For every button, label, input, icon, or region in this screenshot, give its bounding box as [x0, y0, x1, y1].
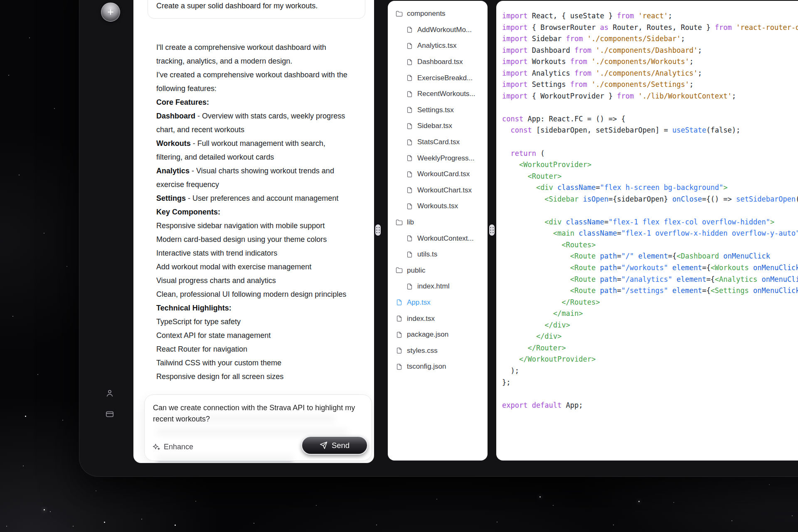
file-row[interactable]: styles.css: [388, 342, 488, 359]
code-line: [502, 102, 798, 113]
file-row[interactable]: RecentWorkouts...: [388, 86, 488, 102]
file-row[interactable]: index.tsx: [388, 310, 488, 327]
assistant-paragraph: Workouts - Full workout management with …: [156, 137, 352, 164]
file-name: StatsCard.tsx: [417, 138, 460, 146]
assistant-paragraph: React Router for navigation: [156, 342, 352, 356]
file-name: styles.css: [407, 347, 438, 355]
file-row[interactable]: tsconfig.json: [388, 359, 488, 375]
code-line: import Sidebar from './components/Sideba…: [502, 33, 798, 45]
file-row[interactable]: utils.ts: [388, 246, 488, 263]
file-name: RecentWorkouts...: [417, 90, 475, 98]
chat-input[interactable]: Can we create connection with the Strava…: [153, 402, 369, 425]
panel-resize-handle[interactable]: [375, 224, 381, 236]
folder-row[interactable]: components: [388, 6, 488, 22]
assistant-paragraph: Clean, professional UI following modern …: [156, 288, 352, 301]
file-icon: [396, 363, 403, 370]
file-name: Settings.tsx: [417, 106, 454, 114]
account-button[interactable]: [105, 388, 115, 398]
assistant-paragraph: I've created a comprehensive workout das…: [156, 68, 352, 96]
file-name: WorkoutCard.tsx: [417, 170, 470, 178]
file-name: Analytics.tsx: [417, 42, 456, 50]
code-line: import Settings from './components/Setti…: [502, 79, 798, 91]
code-line: import { BrowserRouter as Router, Routes…: [502, 22, 798, 34]
enhance-button[interactable]: Enhance: [152, 443, 193, 451]
file-icon: [406, 106, 413, 113]
panel-resize-handle[interactable]: [489, 224, 495, 236]
code-content: import React, { useState } from 'react';…: [496, 1, 798, 411]
code-line: const App: React.FC = () => {: [502, 113, 798, 125]
file-row[interactable]: index.html: [388, 278, 488, 295]
file-row[interactable]: WorkoutChart.tsx: [388, 182, 488, 199]
code-line: <Route path="/analytics" element={<Analy…: [502, 274, 798, 286]
file-icon: [406, 74, 413, 81]
file-name: index.tsx: [407, 315, 435, 323]
file-row[interactable]: WorkoutCard.tsx: [388, 166, 488, 182]
assistant-paragraph: Analytics - Visual charts showing workou…: [156, 164, 352, 192]
file-row[interactable]: App.tsx: [388, 295, 488, 311]
file-tree: componentsAddWorkoutMo...Analytics.tsxDa…: [388, 1, 488, 375]
code-line: <main className="flex-1 overflow-x-hidde…: [502, 228, 798, 239]
file-row[interactable]: package.json: [388, 327, 488, 343]
file-name: WorkoutChart.tsx: [417, 186, 472, 195]
code-line: <Sidebar isOpen={sidebarOpen} onClose={(…: [502, 194, 798, 205]
file-icon: [406, 235, 413, 242]
file-icon: [406, 203, 413, 210]
file-icon: [396, 331, 403, 338]
assistant-message: I'll create a comprehensive workout dash…: [156, 41, 352, 384]
code-line: );: [502, 365, 798, 377]
code-line: <Route path="/workouts" element={<Workou…: [502, 262, 798, 274]
file-row[interactable]: Dashboard.tsx: [388, 54, 488, 70]
user-message-bubble: Create a super solid dashboard for my wo…: [148, 0, 365, 19]
assistant-paragraph: Key Components:: [156, 205, 352, 219]
send-button[interactable]: Send: [301, 436, 368, 455]
code-line: </Router>: [502, 342, 798, 354]
code-line: </Routes>: [502, 297, 798, 308]
code-line: <div className="flex h-screen bg-backgro…: [502, 182, 798, 194]
code-line: import { WorkoutProvider } from './lib/W…: [502, 91, 798, 102]
folder-row[interactable]: lib: [388, 214, 488, 231]
code-line: <div className="flex-1 flex flex-col ove…: [502, 217, 798, 228]
file-icon: [406, 283, 413, 290]
folder-icon: [396, 10, 403, 17]
assistant-paragraph: Core Features:: [156, 96, 352, 109]
file-name: tsconfig.json: [407, 362, 446, 371]
file-row[interactable]: ExerciseBreakd...: [388, 70, 488, 86]
code-line: const [sidebarOpen, setSidebarOpen] = us…: [502, 125, 798, 136]
file-icon: [406, 123, 413, 130]
assistant-paragraph: Dashboard - Overview with stats cards, w…: [156, 109, 352, 137]
new-chat-button[interactable]: [101, 2, 120, 22]
folder-name: lib: [407, 218, 414, 227]
file-row[interactable]: AddWorkoutMo...: [388, 22, 488, 38]
file-row[interactable]: Analytics.tsx: [388, 38, 488, 54]
file-name: utils.ts: [417, 250, 437, 259]
file-name: AddWorkoutMo...: [417, 26, 472, 34]
chat-input-box: Can we create connection with the Strava…: [144, 394, 372, 461]
enhance-label: Enhance: [164, 443, 193, 451]
file-row[interactable]: Workouts.tsx: [388, 198, 488, 214]
file-row[interactable]: StatsCard.tsx: [388, 134, 488, 150]
file-row[interactable]: Settings.tsx: [388, 102, 488, 118]
file-name: Sidebar.tsx: [417, 122, 452, 130]
file-icon: [406, 59, 413, 66]
file-icon: [396, 299, 403, 306]
code-line: <Routes>: [502, 239, 798, 251]
file-icon: [406, 26, 413, 33]
user-message-text: Create a super solid dashboard for my wo…: [156, 2, 318, 10]
code-line: </div>: [502, 331, 798, 342]
file-icon: [406, 171, 413, 178]
file-row[interactable]: WeeklyProgress...: [388, 150, 488, 166]
code-line: <Router>: [502, 171, 798, 182]
workspace-button[interactable]: [104, 409, 115, 419]
code-editor-panel[interactable]: import React, { useState } from 'react';…: [496, 1, 798, 461]
chat-panel: Create a super solid dashboard for my wo…: [133, 0, 374, 463]
file-row[interactable]: WorkoutContext...: [388, 230, 488, 246]
folder-row[interactable]: public: [388, 263, 488, 279]
assistant-paragraph: Settings - User preferences and account …: [156, 192, 352, 205]
file-row[interactable]: Sidebar.tsx: [388, 118, 488, 134]
code-line: import Dashboard from './components/Dash…: [502, 45, 798, 57]
file-icon: [396, 315, 403, 322]
file-explorer-panel: componentsAddWorkoutMo...Analytics.tsxDa…: [388, 1, 488, 461]
assistant-paragraph: Modern card-based design using your them…: [156, 233, 352, 246]
code-line: return (: [502, 148, 798, 160]
code-line: };: [502, 377, 798, 389]
